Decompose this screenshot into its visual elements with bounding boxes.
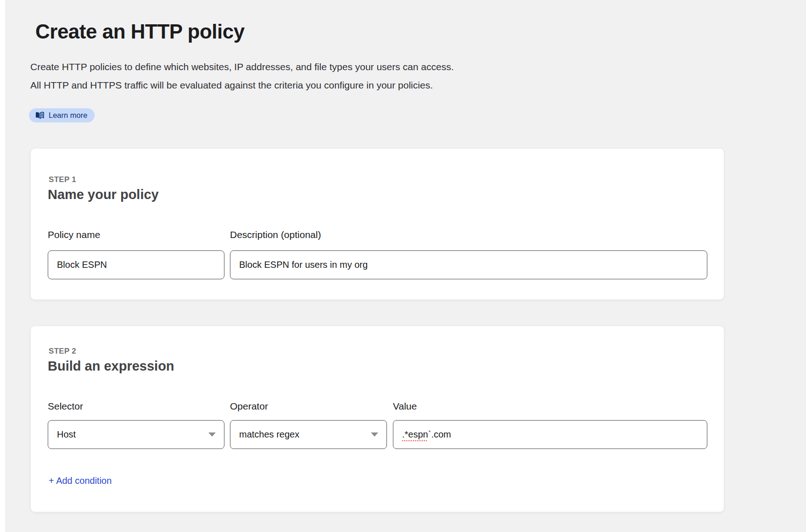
learn-more-label: Learn more (49, 111, 87, 120)
page-title: Create an HTTP policy (35, 20, 245, 43)
description-input[interactable] (230, 250, 707, 279)
step2-heading: Build an expression (48, 359, 174, 374)
page-description: Create HTTP policies to define which web… (30, 58, 454, 94)
step2-card: STEP 2 Build an expression Selector Oper… (30, 326, 724, 512)
step1-heading: Name your policy (48, 187, 159, 202)
step1-card: STEP 1 Name your policy Policy name Desc… (30, 148, 724, 300)
description-label: Description (optional) (230, 229, 387, 240)
policy-name-label: Policy name (48, 229, 224, 240)
book-icon (35, 111, 45, 119)
operator-dropdown-value: matches regex (239, 429, 299, 440)
chevron-down-icon (208, 432, 216, 437)
left-edge-strip (0, 0, 5, 532)
operator-dropdown[interactable]: matches regex (230, 420, 387, 449)
selector-dropdown[interactable]: Host (48, 420, 224, 449)
step1-label: STEP 1 (49, 175, 76, 184)
add-condition-link[interactable]: + Add condition (49, 476, 112, 486)
value-input-rest-text: `.com (428, 429, 451, 440)
page-description-line-1: Create HTTP policies to define which web… (30, 58, 454, 76)
chevron-down-icon (371, 432, 378, 437)
step2-label: STEP 2 (49, 347, 76, 356)
value-input[interactable]: .*espn`.com (393, 420, 707, 449)
policy-name-input[interactable] (48, 250, 224, 279)
page-description-line-2: All HTTP and HTTPS traffic will be evalu… (30, 76, 454, 94)
selector-dropdown-value: Host (57, 429, 76, 440)
selector-label: Selector (48, 401, 224, 412)
value-label: Value (393, 401, 707, 412)
operator-label: Operator (230, 401, 387, 412)
learn-more-button[interactable]: Learn more (29, 108, 95, 122)
value-input-flagged-text: .*espn (402, 429, 428, 440)
